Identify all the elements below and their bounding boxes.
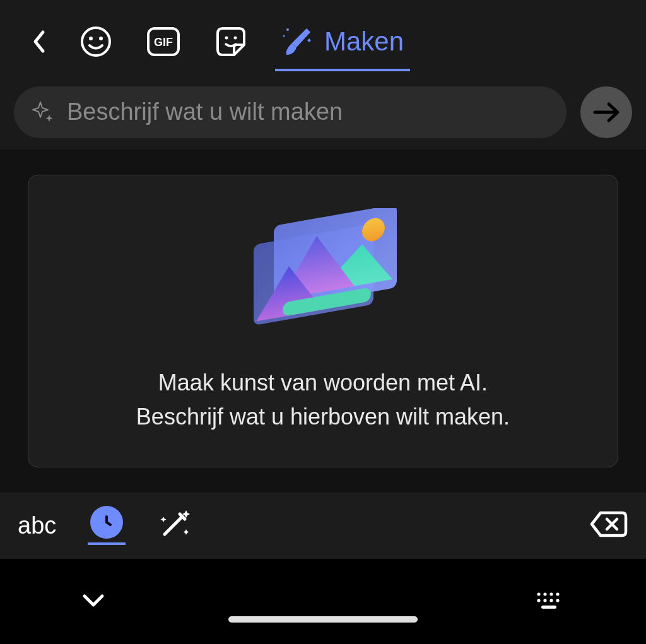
clock-icon — [97, 513, 116, 532]
svg-point-2 — [99, 37, 103, 40]
svg-point-7 — [286, 28, 289, 31]
keyboard-icon — [535, 590, 564, 611]
svg-point-1 — [89, 37, 93, 40]
svg-point-16 — [556, 592, 559, 595]
svg-text:GIF: GIF — [154, 36, 173, 49]
sticker-icon — [215, 26, 247, 57]
svg-point-19 — [549, 599, 553, 602]
hero-illustration — [241, 208, 405, 347]
recent-underline — [88, 542, 126, 545]
magic-wand-button[interactable] — [157, 508, 192, 543]
abc-button[interactable]: abc — [18, 512, 56, 539]
svg-point-0 — [82, 28, 110, 56]
svg-point-15 — [549, 592, 553, 595]
chevron-left-icon — [32, 30, 45, 54]
tab-gif[interactable]: GIF — [146, 26, 180, 57]
nav-keyboard-button[interactable] — [535, 590, 564, 613]
svg-point-5 — [225, 37, 228, 40]
tab-create[interactable]: Maken — [281, 25, 404, 59]
system-navbar — [0, 559, 646, 644]
search-row — [0, 69, 646, 149]
card-text: Maak kunst van woorden met AI. Beschrijf… — [136, 366, 510, 434]
svg-rect-21 — [541, 606, 556, 609]
card-text-line2: Beschrijf wat u hierboven wilt maken. — [136, 400, 510, 434]
search-field[interactable] — [14, 86, 567, 138]
svg-point-20 — [556, 599, 559, 602]
svg-point-8 — [283, 35, 285, 37]
chevron-down-icon — [82, 594, 105, 607]
tab-underline — [275, 69, 410, 71]
backspace-button[interactable] — [589, 510, 628, 541]
svg-point-17 — [537, 599, 540, 602]
smile-icon — [80, 26, 112, 57]
nav-handle[interactable] — [228, 616, 418, 623]
back-button[interactable] — [32, 30, 45, 54]
search-input[interactable] — [67, 98, 549, 126]
tab-create-label: Maken — [324, 26, 404, 57]
arrow-right-icon — [592, 101, 620, 124]
recent-button[interactable] — [88, 506, 126, 545]
nav-collapse-button[interactable] — [82, 594, 105, 610]
tabs-row: GIF Maken — [0, 0, 646, 69]
bottom-toolbar: abc — [0, 493, 646, 559]
tab-emoji[interactable] — [80, 26, 112, 57]
svg-point-18 — [543, 599, 546, 602]
brush-icon — [281, 25, 313, 59]
svg-point-6 — [234, 37, 237, 40]
svg-point-13 — [537, 592, 540, 595]
info-card: Maak kunst van woorden met AI. Beschrijf… — [28, 175, 618, 467]
card-text-line1: Maak kunst van woorden met AI. — [136, 366, 510, 400]
magic-wand-icon — [157, 508, 192, 541]
submit-button[interactable] — [580, 86, 632, 138]
tab-sticker[interactable] — [215, 26, 247, 57]
main-area: Maak kunst van woorden met AI. Beschrijf… — [0, 149, 646, 493]
sparkles-icon — [32, 101, 54, 124]
svg-point-14 — [543, 592, 546, 595]
backspace-icon — [589, 510, 628, 538]
gif-icon: GIF — [146, 26, 180, 57]
